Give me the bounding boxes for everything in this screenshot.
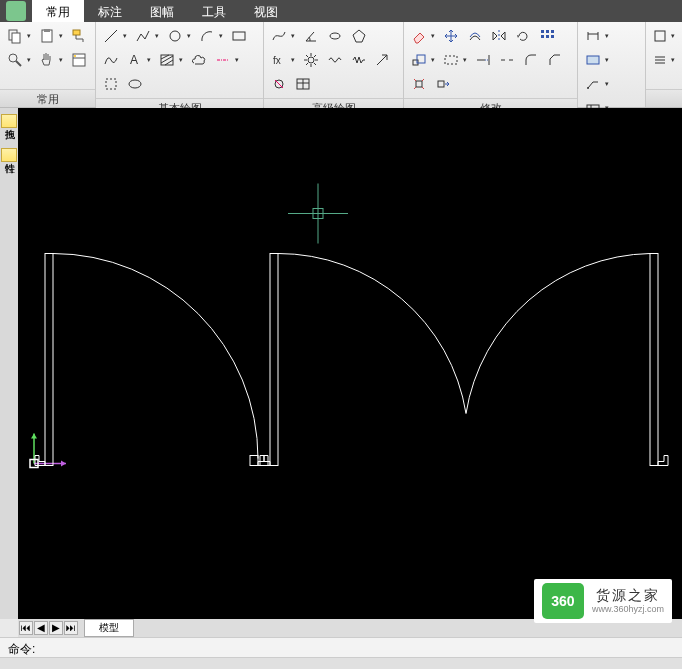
panel-basic-draw: A 基本绘图 (96, 22, 264, 107)
svg-marker-70 (31, 434, 37, 439)
extend-button[interactable] (472, 49, 494, 71)
svg-rect-3 (44, 29, 50, 32)
formula-button[interactable]: fx (268, 49, 298, 71)
ellipse2-button[interactable] (324, 25, 346, 47)
svg-rect-73 (250, 456, 258, 466)
panel-label-common: 常用 (0, 89, 95, 107)
cloud-button[interactable] (188, 49, 210, 71)
gear-button[interactable] (300, 49, 322, 71)
line-button[interactable] (100, 25, 130, 47)
menu-tab-view[interactable]: 视图 (240, 0, 292, 22)
svg-rect-37 (546, 35, 549, 38)
spline-button[interactable] (100, 49, 122, 71)
rotate-button[interactable] (512, 25, 534, 47)
fillet-button[interactable] (520, 49, 542, 71)
menu-tab-sheet[interactable]: 图幅 (136, 0, 188, 22)
workspace: 拖拽 特性 (0, 108, 682, 619)
menubar: 常用 标注 图幅 工具 视图 (0, 0, 682, 22)
svg-rect-38 (551, 35, 554, 38)
command-line[interactable]: 命令: (0, 637, 682, 657)
svg-point-24 (308, 57, 314, 63)
svg-text:A: A (130, 53, 138, 67)
trim-button[interactable] (440, 49, 470, 71)
svg-rect-34 (546, 30, 549, 33)
pan-button[interactable] (36, 49, 66, 71)
scale-button[interactable] (408, 49, 438, 71)
model-tab[interactable]: 模型 (84, 619, 134, 637)
svg-line-49 (422, 79, 424, 81)
dim-linear-button[interactable] (582, 25, 612, 47)
svg-rect-9 (74, 55, 76, 57)
more-2-button[interactable] (650, 49, 678, 71)
svg-rect-47 (416, 81, 422, 87)
text-button[interactable]: A (124, 49, 154, 71)
leader-button[interactable] (582, 73, 612, 95)
nav-first-button[interactable]: ⏮ (19, 621, 33, 635)
arc-button[interactable] (196, 25, 226, 47)
break-button[interactable] (496, 49, 518, 71)
svg-line-10 (105, 30, 117, 42)
mirror-button[interactable] (488, 25, 510, 47)
hatch-button[interactable] (156, 49, 186, 71)
offset-button[interactable] (464, 25, 486, 47)
zigzag-button[interactable] (348, 49, 370, 71)
svg-line-48 (414, 79, 416, 81)
panel-overflow (646, 22, 682, 107)
svg-rect-72 (45, 254, 53, 466)
explode-button[interactable] (408, 73, 430, 95)
copy-button[interactable] (4, 25, 34, 47)
angle-button[interactable] (300, 25, 322, 47)
menu-tab-tools[interactable]: 工具 (188, 0, 240, 22)
table-button[interactable] (292, 73, 314, 95)
svg-marker-68 (61, 461, 66, 467)
dim-style-button[interactable] (582, 49, 612, 71)
menu-tab-common[interactable]: 常用 (32, 0, 84, 22)
side-tab-properties[interactable]: 特性 (1, 148, 17, 162)
properties-button[interactable] (68, 49, 90, 71)
move-button[interactable] (440, 25, 462, 47)
ellipse-button[interactable] (124, 73, 146, 95)
drawing-canvas[interactable] (18, 108, 682, 619)
svg-rect-56 (587, 56, 599, 64)
format-painter-button[interactable] (68, 25, 90, 47)
svg-rect-75 (650, 254, 658, 466)
nav-next-button[interactable]: ▶ (49, 621, 63, 635)
centerline-button[interactable] (212, 49, 242, 71)
side-tab-drag[interactable]: 拖拽 (1, 114, 17, 128)
chamfer-button[interactable] (544, 49, 566, 71)
svg-text:fx: fx (273, 55, 281, 66)
watermark: 360 货源之家 www.360hyzj.com (534, 579, 672, 623)
sidebar: 拖拽 特性 (0, 108, 18, 619)
svg-rect-52 (438, 81, 444, 87)
array-button[interactable] (536, 25, 558, 47)
svg-rect-35 (551, 30, 554, 33)
wave-button[interactable] (324, 49, 346, 71)
menu-tab-annotate[interactable]: 标注 (84, 0, 136, 22)
paste-button[interactable] (36, 25, 66, 47)
polyline-button[interactable] (132, 25, 162, 47)
rectangle-button[interactable] (228, 25, 250, 47)
svg-line-15 (161, 55, 169, 59)
nav-prev-button[interactable]: ◀ (34, 621, 48, 635)
more-1-button[interactable] (650, 25, 678, 47)
svg-point-57 (587, 87, 589, 89)
panel-label-overflow (646, 89, 682, 107)
svg-point-20 (129, 80, 141, 88)
region-button[interactable] (100, 73, 122, 95)
svg-rect-60 (655, 31, 665, 41)
svg-rect-74 (270, 254, 278, 466)
polygon-button[interactable] (348, 25, 370, 47)
hole-button[interactable] (268, 73, 290, 95)
svg-rect-19 (106, 79, 116, 89)
arrow-button[interactable] (372, 49, 394, 71)
ribbon: 常用 A 基本绘图 fx (0, 22, 682, 108)
erase-button[interactable] (408, 25, 438, 47)
svg-line-51 (422, 87, 424, 89)
svg-rect-33 (541, 30, 544, 33)
panel-annotate: 标注 (578, 22, 646, 107)
circle-button[interactable] (164, 25, 194, 47)
nav-last-button[interactable]: ⏭ (64, 621, 78, 635)
zoom-button[interactable] (4, 49, 34, 71)
curve-button[interactable] (268, 25, 298, 47)
stretch-button[interactable] (432, 73, 454, 95)
